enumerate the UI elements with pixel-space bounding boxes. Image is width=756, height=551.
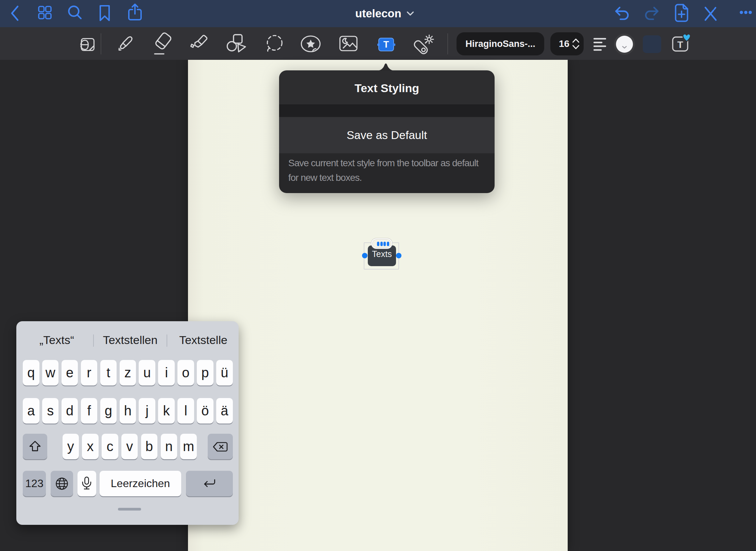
svg-text:T: T: [677, 39, 683, 50]
